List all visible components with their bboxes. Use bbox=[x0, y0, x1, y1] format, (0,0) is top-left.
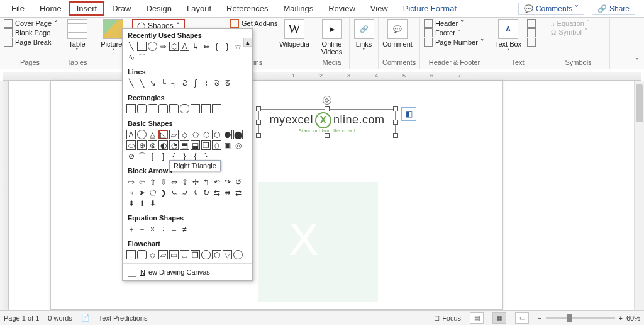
zoom-in-button[interactable]: + bbox=[619, 314, 623, 322]
arrow-c7[interactable]: ⇄ bbox=[233, 188, 243, 197]
shape-hex[interactable]: ⬡ bbox=[169, 42, 179, 51]
shape-arc2[interactable]: ⌒ bbox=[137, 151, 147, 161]
shape-hexagon[interactable]: ⬡ bbox=[201, 130, 211, 139]
arrow-l[interactable]: ⇦ bbox=[137, 177, 147, 186]
fc-proc[interactable] bbox=[126, 250, 136, 259]
eq-neq[interactable]: ≠ bbox=[180, 224, 189, 234]
resize-handle-w[interactable] bbox=[256, 120, 261, 125]
fc-doc[interactable]: ⎵ bbox=[180, 250, 189, 259]
arrow-d[interactable]: ⇩ bbox=[158, 177, 168, 186]
view-print-icon[interactable]: ▦ bbox=[492, 312, 506, 324]
arrow-u[interactable]: ⇧ bbox=[148, 177, 157, 186]
shape-rect6[interactable] bbox=[180, 104, 189, 113]
shape-b7[interactable]: ⬓ bbox=[191, 140, 200, 150]
vertical-scrollbar[interactable] bbox=[634, 81, 644, 310]
get-addins-button[interactable]: Get Add-ins bbox=[230, 19, 277, 28]
shape-scribble[interactable]: ᘐ bbox=[212, 78, 221, 88]
shape-line3[interactable]: ↘ bbox=[148, 78, 157, 88]
shape-oval[interactable] bbox=[148, 42, 157, 51]
shape-connector[interactable]: ↳ bbox=[191, 42, 200, 51]
rotate-handle[interactable]: ⟳ bbox=[323, 96, 331, 105]
shape-b1[interactable]: ⬭ bbox=[126, 140, 136, 150]
resize-handle-ne[interactable] bbox=[393, 106, 398, 111]
resize-handle-s[interactable] bbox=[325, 133, 330, 138]
shape-elbow[interactable]: └ bbox=[158, 78, 168, 88]
status-page[interactable]: Page 1 of 1 bbox=[4, 314, 39, 322]
tab-mailings[interactable]: Mailings bbox=[276, 1, 321, 16]
shape-rect7[interactable] bbox=[191, 104, 200, 113]
header-button[interactable]: Header ˅ bbox=[424, 19, 464, 28]
shape-star[interactable]: ☆ bbox=[233, 42, 243, 51]
eq-plus[interactable]: ＋ bbox=[126, 224, 136, 234]
cover-page-button[interactable]: Cover Page ˅ bbox=[4, 19, 58, 28]
shape-b6[interactable]: ⬒ bbox=[180, 140, 189, 150]
arrow-c5[interactable]: ⇆ bbox=[212, 188, 221, 197]
comment-button[interactable]: 💬Comment bbox=[382, 19, 413, 48]
shape-rect3[interactable] bbox=[148, 104, 157, 113]
shape-frame[interactable]: ▣ bbox=[223, 140, 232, 150]
shape-line2[interactable]: ╲ bbox=[137, 78, 147, 88]
tab-home[interactable]: Home bbox=[32, 1, 69, 16]
ribbon-collapse-icon[interactable]: ˄ bbox=[635, 57, 639, 66]
tab-references[interactable]: References bbox=[219, 1, 275, 16]
fc-multi[interactable]: ❐ bbox=[191, 250, 200, 259]
arrow-cal[interactable]: ⤷ bbox=[126, 188, 136, 197]
page-break-button[interactable]: Page Break bbox=[4, 38, 51, 47]
shape-b2[interactable]: ⊕ bbox=[137, 140, 147, 150]
new-canvas-button[interactable]: New Drawing Canvas bbox=[123, 263, 252, 280]
arrow-notch[interactable]: ➤ bbox=[137, 188, 147, 197]
shape-rect4[interactable] bbox=[158, 104, 168, 113]
tab-design[interactable]: Design bbox=[139, 1, 179, 16]
shape-triangle[interactable]: △ bbox=[148, 130, 157, 139]
shape-decagon[interactable]: ⬤ bbox=[233, 130, 243, 139]
shape-parallelogram[interactable]: ▱ bbox=[169, 130, 179, 139]
tab-insert[interactable]: Insert bbox=[69, 1, 105, 16]
status-spellcheck-icon[interactable]: 📄 bbox=[81, 314, 90, 322]
zoom-out-button[interactable]: − bbox=[538, 314, 541, 322]
shape-cube[interactable]: ❐ bbox=[201, 140, 211, 150]
shape-rcurly[interactable]: } bbox=[180, 151, 189, 161]
selected-image[interactable]: ⟳ ◧ myexcel X nline.com Stand out from t… bbox=[258, 109, 396, 135]
arrow-r[interactable]: ⇨ bbox=[126, 177, 136, 186]
shape-right-triangle[interactable]: ◺ bbox=[158, 130, 168, 139]
fc-man[interactable]: ▽ bbox=[223, 250, 232, 259]
shape-rect[interactable] bbox=[137, 42, 147, 51]
arrow-c6[interactable]: ⬌ bbox=[223, 188, 232, 197]
table-button[interactable]: Table˅ bbox=[64, 19, 90, 54]
fc-dec[interactable]: ◇ bbox=[148, 250, 157, 259]
shape-b5[interactable]: ◔ bbox=[169, 140, 179, 150]
shape-arrow-right[interactable]: ⇨ bbox=[158, 42, 168, 51]
shape-rect9[interactable] bbox=[212, 104, 221, 113]
tab-picture-format[interactable]: Picture Format bbox=[396, 1, 464, 16]
scroll-up-icon[interactable]: ▴ bbox=[243, 38, 252, 47]
shape-rect1[interactable] bbox=[126, 104, 136, 113]
view-read-icon[interactable]: ▤ bbox=[470, 312, 484, 324]
eq-mult[interactable]: × bbox=[148, 224, 157, 234]
shape-pentagon[interactable]: ⬠ bbox=[191, 130, 200, 139]
status-predictions[interactable]: Text Predictions bbox=[99, 314, 148, 322]
fc-conn[interactable] bbox=[233, 250, 243, 259]
resize-handle-n[interactable] bbox=[325, 106, 330, 111]
quickparts-icon[interactable] bbox=[527, 19, 536, 28]
shape-brace-r[interactable]: } bbox=[223, 42, 232, 51]
shape-elbow2[interactable]: ┐ bbox=[169, 78, 179, 88]
arrow-lr[interactable]: ⇔ bbox=[169, 177, 179, 186]
shape-cyl[interactable]: ⬯ bbox=[212, 140, 221, 150]
shape-b4[interactable]: ◐ bbox=[158, 140, 168, 150]
shape-rect2[interactable] bbox=[137, 104, 147, 113]
shape-octagon[interactable]: ⯃ bbox=[223, 130, 232, 139]
focus-button[interactable]: ◻Focus bbox=[434, 314, 461, 322]
status-words[interactable]: 0 words bbox=[48, 314, 72, 322]
shape-line[interactable]: ╲ bbox=[126, 42, 136, 51]
zoom-slider[interactable] bbox=[546, 317, 615, 319]
resize-handle-se[interactable] bbox=[393, 133, 398, 138]
fc-pred[interactable]: ▭ bbox=[169, 250, 179, 259]
textbox-button[interactable]: AText Box˅ bbox=[493, 19, 523, 54]
document-page[interactable]: ⟳ ◧ myexcel X nline.com Stand out from t… bbox=[50, 81, 503, 310]
tab-review[interactable]: Review bbox=[321, 1, 363, 16]
page-number-button[interactable]: Page Number ˅ bbox=[424, 38, 484, 47]
arrow-c9[interactable]: ⬆ bbox=[137, 198, 147, 208]
resize-handle-e[interactable] bbox=[393, 120, 398, 125]
arrow-curve-l[interactable]: ↺ bbox=[233, 177, 243, 186]
shape-curve2[interactable]: Ƨ bbox=[180, 78, 189, 88]
